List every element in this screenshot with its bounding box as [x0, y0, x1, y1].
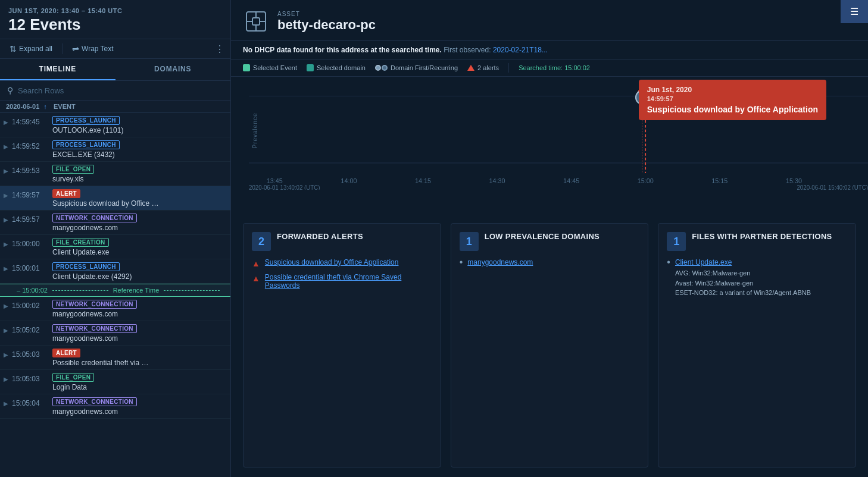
- event-content: NETWORK_CONNECTION manygoodnews.com: [52, 324, 227, 343]
- table-row[interactable]: ▶ 15:00:02 NETWORK_CONNECTION manygoodne…: [0, 297, 230, 321]
- list-item: ▲ Suspicious download by Office Applicat…: [252, 258, 432, 268]
- event-content: PROCESS_LAUNCH EXCEL.EXE (3432): [52, 140, 227, 159]
- wrap-text-button[interactable]: ⇌ Wrap Text: [68, 43, 117, 55]
- asset-label: ASSET: [277, 11, 856, 17]
- alert-item-link[interactable]: Suspicious download by Office Applicatio…: [265, 258, 399, 266]
- event-badge: ALERT: [52, 349, 80, 357]
- chart-y-label: Prevalence: [252, 112, 258, 148]
- legend-selected-event: Selected Event: [243, 64, 297, 71]
- file-bullet-icon: •: [667, 257, 670, 268]
- event-time: 14:59:57: [12, 213, 52, 224]
- chevron-icon: ▶: [4, 262, 12, 272]
- tab-domains[interactable]: DOMAINS: [115, 59, 231, 80]
- chevron-icon: ▶: [4, 115, 12, 125]
- low-prevalence-card: 1 LOW PREVALENCE DOMAINS • manygoodnews.…: [451, 223, 649, 467]
- event-time: 15:00:02: [12, 299, 52, 310]
- reference-time-marker: – 15:00:02 Reference Time: [0, 284, 230, 297]
- event-content: FILE_OPEN survey.xls: [52, 164, 227, 183]
- legend-selected-event-label: Selected Event: [253, 64, 297, 71]
- legend-separator: [508, 63, 509, 73]
- event-badge: PROCESS_LAUNCH: [52, 140, 120, 149]
- legend-domain-first-dot: [375, 65, 381, 71]
- event-content: NETWORK_CONNECTION manygoodnews.com: [52, 397, 227, 416]
- domain-item-link[interactable]: manygoodnews.com: [467, 258, 533, 266]
- dhcp-message: No DHCP data found for this address at t…: [243, 46, 442, 54]
- legend-bar: Selected Event Selected domain Domain Fi…: [231, 59, 868, 77]
- time-column-header: 2020-06-01 ↑: [6, 103, 54, 110]
- legend-domain-first: Domain First/Recurring: [375, 64, 458, 71]
- event-badge: FILE_OPEN: [52, 373, 94, 382]
- legend-selected-event-dot: [243, 64, 250, 71]
- event-description: Login Data: [52, 383, 195, 391]
- event-content: FILE_OPEN Login Data: [52, 372, 227, 391]
- event-content: NETWORK_CONNECTION manygoodnews.com: [52, 299, 227, 318]
- table-row[interactable]: ▶ 15:00:00 FILE_CREATION Client Update.e…: [0, 235, 230, 259]
- svg-text:15:00: 15:00: [638, 177, 654, 184]
- event-description: manygoodnews.com: [52, 334, 195, 343]
- event-description: manygoodnews.com: [52, 224, 195, 232]
- chevron-icon: ▶: [4, 237, 12, 247]
- event-badge: ALERT: [52, 189, 80, 198]
- svg-text:15:30: 15:30: [786, 177, 802, 184]
- event-time: 14:59:53: [12, 164, 52, 175]
- file-name[interactable]: Client Update.exe: [675, 258, 811, 266]
- svg-text:14:45: 14:45: [563, 177, 579, 184]
- svg-text:13:45: 13:45: [267, 177, 283, 184]
- table-row[interactable]: ▶ 14:59:57 NETWORK_CONNECTION manygoodne…: [0, 211, 230, 235]
- event-description: Possible credential theft via …: [52, 359, 195, 367]
- table-row[interactable]: ▶ 15:05:02 NETWORK_CONNECTION manygoodne…: [0, 321, 230, 346]
- legend-alerts-label: 2 alerts: [477, 64, 499, 71]
- event-content: ALERT Suspicious download by Office …: [52, 189, 227, 208]
- alert-bullet-icon: ▲: [252, 259, 260, 268]
- asset-name: betty-decaro-pc: [277, 17, 856, 33]
- left-header: JUN 1ST, 2020: 13:40 – 15:40 UTC 12 Even…: [0, 0, 230, 39]
- alert-item-link[interactable]: Possible credential theft via Chrome Sav…: [265, 273, 432, 290]
- event-badge: NETWORK_CONNECTION: [52, 214, 137, 222]
- event-content: FILE_CREATION Client Update.exe: [52, 237, 227, 256]
- table-row[interactable]: ▶ 14:59:52 PROCESS_LAUNCH EXCEL.EXE (343…: [0, 137, 230, 162]
- date-range: JUN 1ST, 2020: 13:40 – 15:40 UTC: [8, 7, 222, 14]
- table-row[interactable]: ▶ 15:05:04 NETWORK_CONNECTION manygoodne…: [0, 394, 230, 419]
- wrap-icon: ⇌: [72, 44, 79, 54]
- search-input[interactable]: [18, 86, 223, 95]
- files-partner-card: 1 FILES WITH PARTNER DETECTIONS • Client…: [658, 223, 856, 467]
- more-options-button[interactable]: ⋮: [215, 43, 224, 55]
- table-row[interactable]: ▶ 14:59:53 FILE_OPEN survey.xls: [0, 162, 230, 186]
- svg-text:14:15: 14:15: [415, 177, 431, 184]
- chevron-icon: ▶: [4, 140, 12, 150]
- event-badge: NETWORK_CONNECTION: [52, 397, 137, 406]
- chevron-icon: ▶: [4, 164, 12, 174]
- table-row[interactable]: ▶ 15:00:01 PROCESS_LAUNCH Client Update.…: [0, 259, 230, 284]
- detection-item: Avast: Win32:Malware-gen: [675, 278, 811, 288]
- wrap-text-label: Wrap Text: [82, 45, 114, 53]
- chart-container: Jun 1st, 2020 14:59:57 Suspicious downlo…: [231, 77, 868, 214]
- file-detections: AVG: Win32:Malware-gen Avast: Win32:Malw…: [675, 268, 811, 298]
- chevron-icon: ▶: [4, 213, 12, 223]
- timeline-column-headers: 2020-06-01 ↑ EVENT: [0, 101, 230, 113]
- table-row[interactable]: ▶ 14:59:57 ALERT Suspicious download by …: [0, 186, 230, 211]
- table-row[interactable]: ▶ 15:05:03 ALERT Possible credential the…: [0, 346, 230, 370]
- filter-button[interactable]: ☰: [841, 0, 868, 23]
- asset-icon: [243, 8, 269, 34]
- tab-timeline[interactable]: TIMELINE: [0, 59, 115, 80]
- expand-all-button[interactable]: ⇅ Expand all: [6, 43, 56, 55]
- tooltip-title: Suspicious download by Office Applicatio…: [647, 105, 818, 114]
- tooltip-date: Jun 1st, 2020: [647, 86, 818, 94]
- event-description: Client Update.exe (4292): [52, 272, 195, 281]
- tooltip-time: 14:59:57: [647, 95, 818, 102]
- event-time: 15:05:04: [12, 397, 52, 407]
- event-description: OUTLOOK.exe (1101): [52, 126, 195, 134]
- event-description: Client Update.exe: [52, 248, 195, 256]
- list-item: • manygoodnews.com: [460, 258, 640, 268]
- event-badge: NETWORK_CONNECTION: [52, 324, 137, 333]
- list-item: ▲ Possible credential theft via Chrome S…: [252, 273, 432, 290]
- toolbar-separator: [62, 43, 63, 54]
- chevron-icon: ▶: [4, 189, 12, 199]
- dhcp-date-link[interactable]: 2020-02-21T18...: [493, 46, 548, 54]
- table-row[interactable]: ▶ 15:05:03 FILE_OPEN Login Data: [0, 370, 230, 394]
- chevron-icon: ▶: [4, 324, 12, 334]
- event-time: 14:59:45: [12, 115, 52, 126]
- table-row[interactable]: ▶ 14:59:45 PROCESS_LAUNCH OUTLOOK.exe (1…: [0, 113, 230, 137]
- event-count: 12 Events: [8, 15, 222, 34]
- legend-alerts: 2 alerts: [467, 64, 499, 71]
